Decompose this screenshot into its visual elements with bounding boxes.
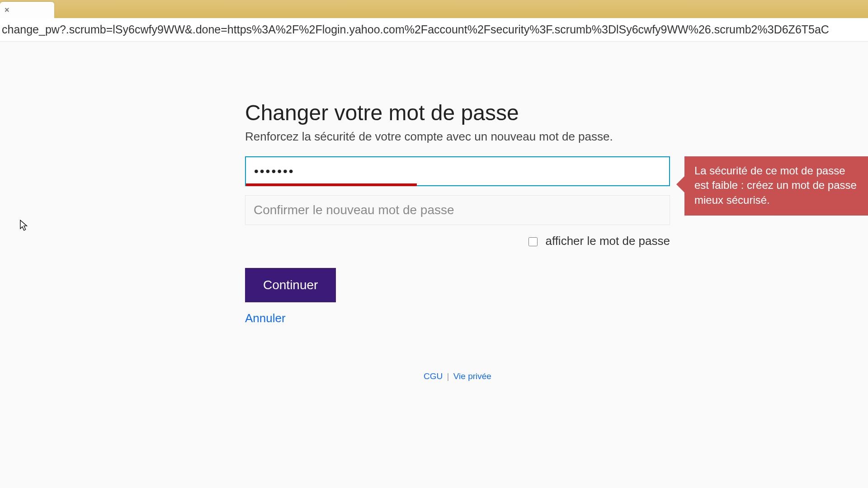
page-title: Changer votre mot de passe — [245, 100, 670, 125]
footer-separator: | — [447, 371, 449, 381]
tooltip-text: La sécurité de ce mot de passe est faibl… — [694, 164, 857, 206]
cancel-link[interactable]: Annuler — [245, 311, 286, 325]
tooltip-arrow-icon — [676, 176, 684, 192]
close-icon[interactable]: × — [5, 6, 9, 14]
password-strength-bar — [246, 183, 417, 186]
show-password-label: afficher le mot de passe — [545, 234, 670, 248]
confirm-password-field-block — [245, 195, 670, 225]
privacy-link[interactable]: Vie privée — [453, 371, 491, 381]
footer-links: CGU | Vie privée — [245, 371, 670, 381]
confirm-password-input[interactable] — [245, 195, 670, 225]
show-password-row: afficher le mot de passe — [245, 234, 670, 248]
show-password-checkbox[interactable] — [528, 237, 538, 246]
browser-url-bar[interactable]: change_pw?.scrumb=lSy6cwfy9WW&.done=http… — [0, 18, 868, 42]
password-strength-tooltip: La sécurité de ce mot de passe est faibl… — [684, 156, 868, 216]
continue-button[interactable]: Continuer — [245, 268, 336, 302]
page-subtitle: Renforcez la sécurité de votre compte av… — [245, 130, 670, 144]
browser-url-text: change_pw?.scrumb=lSy6cwfy9WW&.done=http… — [2, 23, 829, 36]
cursor-icon — [20, 220, 28, 231]
page-body: Changer votre mot de passe Renforcez la … — [0, 42, 868, 488]
new-password-field-block: La sécurité de ce mot de passe est faibl… — [245, 156, 670, 186]
browser-tab-strip: × — [0, 0, 868, 18]
tos-link[interactable]: CGU — [424, 371, 443, 381]
browser-tab[interactable]: × — [0, 2, 54, 18]
change-password-form: Changer votre mot de passe Renforcez la … — [245, 100, 670, 325]
new-password-input[interactable] — [245, 156, 670, 186]
